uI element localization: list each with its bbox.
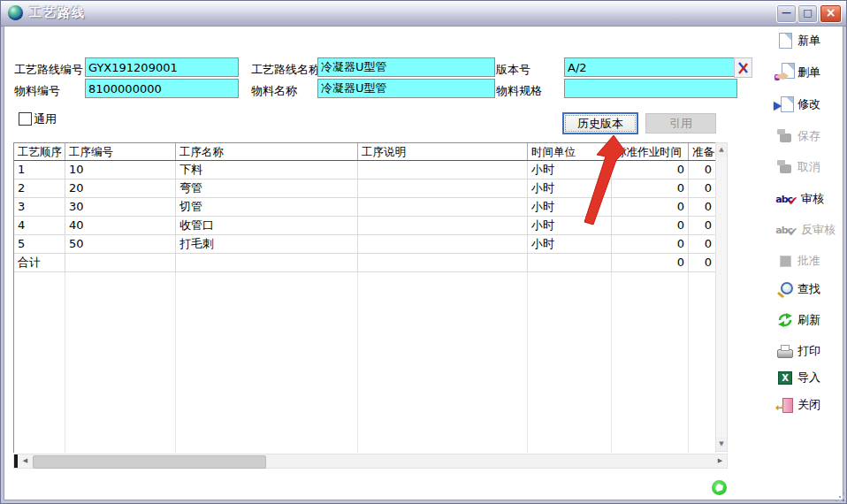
- title-bar[interactable]: 工艺路线 — □ ×: [1, 1, 846, 27]
- table-cell[interactable]: [65, 254, 176, 271]
- version-input[interactable]: [564, 57, 737, 77]
- table-cell[interactable]: 0: [689, 198, 716, 216]
- modify-doc-icon: [775, 95, 795, 114]
- table-row[interactable]: 110下料小时00: [14, 161, 716, 179]
- scroll-left-icon[interactable]: ◀: [19, 454, 32, 468]
- table-cell[interactable]: [358, 179, 528, 197]
- common-checkbox-label: 通用: [34, 111, 57, 127]
- table-cell[interactable]: 收管口: [176, 217, 358, 234]
- sidebar-button-modify[interactable]: 修改: [775, 93, 846, 116]
- sidebar-button-close[interactable]: ↩ 关闭: [775, 393, 846, 416]
- table-cell[interactable]: 0: [689, 217, 716, 234]
- table-cell[interactable]: 0: [612, 179, 689, 197]
- table-cell[interactable]: 0: [612, 235, 689, 253]
- sidebar-button-save: 保存: [775, 125, 846, 148]
- search-icon: [775, 279, 795, 299]
- table-row[interactable]: 440收管口小时00: [14, 217, 716, 235]
- route-name-input[interactable]: [317, 57, 495, 77]
- cancel-icon: [775, 157, 795, 177]
- toolbar-sidebar: 新单 删单 修改 保存 取消 abc✔ 审核: [775, 1, 846, 504]
- column-header[interactable]: 时间单位: [528, 143, 612, 160]
- column-header[interactable]: 准备: [689, 143, 716, 160]
- sidebar-button-import[interactable]: X 导入: [775, 366, 846, 389]
- table-cell[interactable]: 合计: [14, 254, 65, 271]
- table-cell[interactable]: [358, 161, 528, 179]
- cross-pencils-icon: [737, 61, 750, 75]
- table-cell[interactable]: 1: [14, 161, 65, 179]
- table-cell[interactable]: 切管: [176, 198, 358, 216]
- sidebar-button-search[interactable]: 查找: [775, 278, 846, 301]
- table-cell[interactable]: 4: [14, 217, 65, 234]
- window-title: 工艺路线: [29, 5, 86, 21]
- close-door-icon: ↩: [775, 395, 795, 415]
- column-header[interactable]: 工序说明: [358, 143, 528, 160]
- material-name-label: 物料名称: [251, 83, 297, 99]
- table-cell[interactable]: 20: [65, 179, 176, 197]
- table-cell[interactable]: 0: [612, 217, 689, 234]
- material-name-input[interactable]: [317, 79, 495, 98]
- split-handle[interactable]: [14, 454, 18, 468]
- table-cell[interactable]: 小时: [528, 161, 612, 179]
- table-cell[interactable]: 30: [65, 198, 176, 216]
- column-header[interactable]: 工艺顺序: [14, 143, 65, 160]
- column-header[interactable]: 工序名称: [176, 143, 358, 160]
- sidebar-button-new[interactable]: 新单: [775, 29, 846, 52]
- table-cell[interactable]: [358, 235, 528, 253]
- table-row[interactable]: 330切管小时00: [14, 198, 716, 217]
- table-cell[interactable]: 小时: [528, 235, 612, 253]
- empty-cell: [14, 272, 65, 453]
- route-code-input[interactable]: [85, 57, 239, 77]
- table-cell[interactable]: 10: [65, 161, 176, 179]
- process-table[interactable]: 工艺顺序工序编号工序名称工序说明时间单位标准作业时间准备110下料小时00220…: [13, 142, 716, 453]
- sidebar-button-refresh[interactable]: 刷新: [775, 309, 846, 332]
- scroll-right-icon[interactable]: ▶: [713, 454, 727, 468]
- table-cell[interactable]: [528, 254, 612, 271]
- table-row[interactable]: 220弯管小时00: [14, 179, 716, 198]
- sidebar-button-approve: 批准: [775, 249, 846, 272]
- table-cell[interactable]: 0: [612, 254, 689, 271]
- table-cell[interactable]: 弯管: [176, 179, 358, 197]
- scroll-up-icon[interactable]: ▲: [716, 143, 727, 157]
- table-vertical-scrollbar[interactable]: ▲ ▼: [715, 142, 728, 452]
- import-excel-icon: X: [775, 368, 795, 387]
- column-header[interactable]: 工序编号: [65, 143, 176, 160]
- app-window: 工艺路线 — □ × 工艺路线编号 工艺路线名称 版本号 物料编号 物料名称 物…: [0, 0, 847, 504]
- table-cell[interactable]: [358, 198, 528, 216]
- version-edit-button[interactable]: [734, 57, 752, 78]
- table-cell[interactable]: 0: [689, 161, 716, 179]
- material-spec-input[interactable]: [564, 79, 737, 98]
- table-cell[interactable]: [176, 254, 358, 271]
- table-cell[interactable]: [358, 217, 528, 234]
- unaudit-icon: abc✔: [775, 220, 798, 240]
- table-cell[interactable]: 5: [14, 235, 65, 253]
- table-cell[interactable]: 小时: [528, 198, 612, 216]
- scroll-down-icon[interactable]: ▼: [716, 438, 727, 451]
- table-cell[interactable]: 40: [65, 217, 176, 234]
- table-cell[interactable]: 小时: [528, 217, 612, 234]
- table-cell[interactable]: 下料: [176, 161, 358, 179]
- sidebar-button-print[interactable]: 打印: [775, 340, 846, 363]
- table-cell[interactable]: 50: [65, 235, 176, 253]
- print-icon: [775, 341, 795, 361]
- material-code-input[interactable]: [85, 79, 239, 98]
- table-cell[interactable]: 小时: [528, 179, 612, 197]
- table-cell[interactable]: 3: [14, 198, 65, 216]
- table-horizontal-scrollbar[interactable]: ◀ ▶: [13, 454, 728, 469]
- table-cell[interactable]: 打毛刺: [176, 235, 358, 253]
- table-cell[interactable]: 0: [612, 161, 689, 179]
- table-row[interactable]: 合计00: [14, 254, 716, 272]
- table-cell[interactable]: [358, 254, 528, 271]
- horizontal-scroll-thumb[interactable]: [33, 455, 266, 469]
- table-cell[interactable]: 2: [14, 179, 65, 197]
- table-cell[interactable]: 0: [689, 254, 716, 271]
- empty-cell: [612, 272, 689, 453]
- table-cell[interactable]: 0: [612, 198, 689, 216]
- table-cell[interactable]: 0: [689, 235, 716, 253]
- common-checkbox[interactable]: [19, 112, 32, 126]
- column-header[interactable]: 标准作业时间: [612, 143, 689, 160]
- table-cell[interactable]: 0: [689, 179, 716, 197]
- sidebar-button-audit[interactable]: abc✔ 审核: [775, 187, 846, 210]
- table-row[interactable]: 550打毛刺小时00: [14, 235, 716, 254]
- history-version-button[interactable]: 历史版本: [562, 112, 638, 134]
- sidebar-button-delete[interactable]: 删单: [775, 61, 846, 84]
